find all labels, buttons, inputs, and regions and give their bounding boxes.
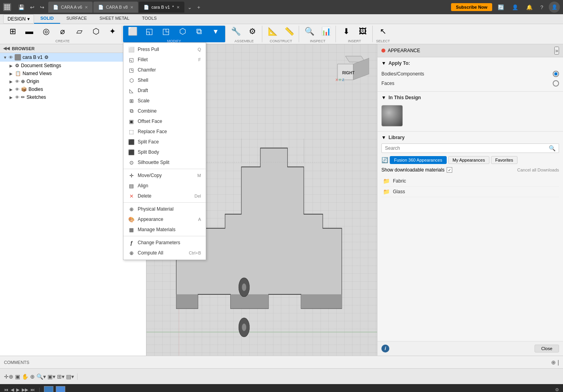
tab-close-3[interactable]: ✕ [176, 5, 180, 9]
create-more-btn[interactable]: ✦ [104, 26, 120, 37]
tab-close-1[interactable]: ✕ [85, 5, 88, 9]
settings-btn[interactable]: ⚙ [555, 387, 559, 392]
insert-btn2[interactable]: 🖼 [355, 26, 371, 37]
cancel-downloads-link[interactable]: Cancel all Downloads [517, 168, 559, 172]
menu-split-face[interactable]: ⬛ Split Face [123, 137, 206, 147]
close-appearance-btn[interactable]: Close [535, 345, 559, 352]
tab-nav-prev[interactable]: ⌄ [185, 4, 194, 11]
material-item-fabric[interactable]: 📁 Fabric [381, 176, 559, 187]
redo-btn[interactable]: ↪ [38, 4, 47, 11]
playback-start-btn[interactable]: ⏮ [4, 387, 8, 392]
appearance-panel-expand-btn[interactable]: » [554, 47, 559, 55]
rib-btn[interactable]: ⬡ [88, 26, 104, 37]
eye-icon-sketches[interactable]: 👁 [15, 95, 19, 100]
inspect-btn1[interactable]: 🔍 [301, 26, 317, 37]
notification-btn[interactable]: 🔔 [524, 4, 535, 11]
display-tool-icon[interactable]: ▣▾ [47, 373, 55, 380]
menu-delete[interactable]: ✕ Delete Del [123, 191, 206, 201]
menu-scale[interactable]: ⊞ Scale [123, 96, 206, 106]
refresh-libraries-btn[interactable]: 🔄 [381, 157, 388, 163]
pan-tool-icon[interactable]: ✋ [22, 373, 28, 380]
library-header[interactable]: ▼ Library [381, 135, 559, 140]
tab-close-2[interactable]: ✕ [130, 5, 133, 9]
menu-silhouette-split[interactable]: ⊙ Silhouette Split [123, 157, 206, 168]
tab-cara-b-v1[interactable]: 📄 cara B v1 * ✕ [139, 2, 184, 13]
tab-cara-a-v6[interactable]: 📄 CARA A v6 ✕ [48, 2, 93, 13]
tab-solid[interactable]: SOLID [34, 14, 60, 24]
menu-fillet[interactable]: ◱ Fillet F [123, 55, 206, 65]
refresh-btn[interactable]: 🔄 [495, 4, 506, 11]
shell-btn[interactable]: ⬡ [174, 26, 190, 37]
eye-icon-origin[interactable]: 👁 [15, 79, 19, 84]
menu-combine[interactable]: ⧉ Combine [123, 106, 206, 116]
account-btn[interactable]: 👤 [510, 4, 521, 11]
tab-surface[interactable]: SURFACE [60, 14, 93, 24]
view-tool-icon[interactable]: ▤▾ [66, 373, 74, 380]
material-item-glass[interactable]: 📁 Glass [381, 187, 559, 197]
modify-more-btn[interactable]: ▾ [208, 26, 224, 37]
tab-sheet-metal[interactable]: SHEET METAL [93, 14, 136, 24]
eye-icon-root[interactable]: 👁 [9, 55, 13, 60]
menu-offset-face[interactable]: ▣ Offset Face [123, 116, 206, 126]
avatar[interactable]: 👤 [549, 2, 560, 13]
search-input[interactable] [385, 145, 549, 151]
undo-btn[interactable]: ↩ [28, 4, 37, 11]
grid-menu-icon[interactable] [3, 3, 11, 11]
new-tab-btn[interactable]: + [195, 4, 203, 11]
menu-chamfer[interactable]: ◳ Chamfer [123, 65, 206, 75]
material-thumb-1[interactable] [381, 105, 403, 126]
playback-prev-btn[interactable]: ◀ [11, 387, 14, 392]
press-pull-btn[interactable]: ⬜ [125, 26, 140, 37]
playback-play-btn[interactable]: ▶ [16, 387, 19, 392]
browser-collapse-btn[interactable]: ◀◀ [3, 46, 9, 51]
tab-cara-b-v8[interactable]: 📄 CARA B v8 ✕ [93, 2, 138, 13]
bodies-components-radio[interactable] [553, 71, 559, 77]
new-component-btn[interactable]: ⊞ [5, 26, 21, 37]
menu-compute-all[interactable]: ⊕ Compute All Ctrl+B [123, 248, 206, 258]
subscribe-button[interactable]: Subscribe Now [451, 3, 492, 11]
info-icon[interactable]: i [381, 345, 389, 352]
faces-radio[interactable] [553, 80, 559, 87]
frame-icon2[interactable] [56, 386, 65, 392]
menu-shell[interactable]: ⬡ Shell [123, 75, 206, 85]
tab-my-appearances[interactable]: My Appearances [448, 156, 489, 164]
menu-change-parameters[interactable]: ƒ Change Parameters [123, 237, 206, 248]
menu-split-body[interactable]: ⬛ Split Body [123, 147, 206, 157]
construct-btn1[interactable]: 📐 [265, 26, 281, 37]
tab-fusion-appearances[interactable]: Fusion 360 Appearances [390, 156, 447, 164]
select-btn[interactable]: ↖ [375, 26, 391, 37]
design-dropdown[interactable]: DESIGN ▾ [3, 14, 34, 24]
view-cube[interactable]: RIGHT X Y Z [334, 48, 369, 84]
loft-btn[interactable]: ▱ [71, 26, 87, 37]
menu-align[interactable]: ▤ Align [123, 181, 206, 191]
grid-display-icon[interactable]: ⊞▾ [57, 373, 64, 380]
tab-favorites[interactable]: Favorites [491, 156, 518, 164]
tab-tools[interactable]: TOOLS [136, 14, 163, 24]
orbit-tool-icon[interactable]: ⊕ [30, 373, 35, 380]
extrude-btn[interactable]: ▬ [21, 26, 37, 37]
combine-btn[interactable]: ⧉ [191, 26, 207, 37]
settings-icon-root[interactable]: ⚙ [44, 55, 49, 60]
menu-appearance[interactable]: 🎨 Appearance A [123, 214, 206, 224]
playback-next-btn[interactable]: ▶▶ [22, 387, 28, 392]
assemble-btn1[interactable]: 🔧 [228, 26, 244, 37]
save-btn[interactable]: 💾 [16, 4, 27, 11]
playback-end-btn[interactable]: ⏭ [30, 387, 35, 392]
eye-icon-bodies[interactable]: 👁 [15, 87, 19, 92]
inspect-btn2[interactable]: 📊 [318, 26, 334, 37]
frame-icon1[interactable] [44, 386, 53, 392]
in-this-design-header[interactable]: ▼ In This Design [381, 95, 559, 100]
menu-manage-materials[interactable]: ▦ Manage Materials [123, 224, 206, 235]
revolve-btn[interactable]: ◎ [38, 26, 54, 37]
fillet-btn[interactable]: ◱ [141, 26, 157, 37]
menu-press-pull[interactable]: ⬜ Press Pull Q [123, 44, 206, 55]
chamfer-btn[interactable]: ◳ [158, 26, 174, 37]
insert-btn1[interactable]: ⬇ [338, 26, 354, 37]
show-downloadable-checkbox[interactable] [447, 167, 452, 173]
help-btn[interactable]: ? [538, 4, 546, 11]
move-tool-icon[interactable]: ✛⊕ [4, 373, 13, 380]
construct-btn2[interactable]: 📏 [281, 26, 297, 37]
menu-draft[interactable]: ◺ Draft [123, 85, 206, 96]
apply-to-header[interactable]: ▼ Apply To: [381, 60, 559, 66]
sweep-btn[interactable]: ⌀ [55, 26, 70, 37]
